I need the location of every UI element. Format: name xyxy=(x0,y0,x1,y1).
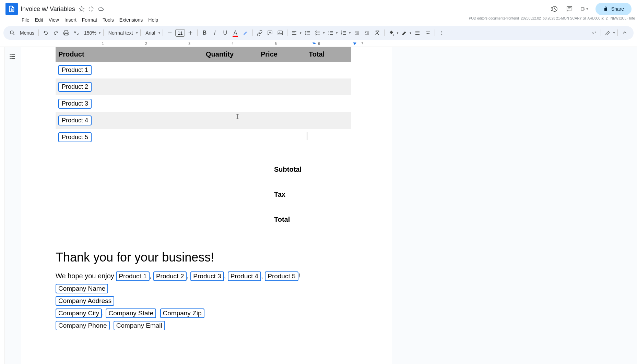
increase-font-icon[interactable] xyxy=(186,28,195,38)
zoom-select[interactable]: 150% xyxy=(82,30,98,36)
menu-format[interactable]: Format xyxy=(80,16,99,25)
fill-color-icon[interactable] xyxy=(387,28,396,38)
variable-chip[interactable]: Product 4 xyxy=(58,116,92,125)
increase-indent-icon[interactable] xyxy=(362,28,372,38)
border-width-icon[interactable] xyxy=(413,28,422,38)
font-family[interactable]: Arial xyxy=(143,30,158,36)
star-icon[interactable] xyxy=(79,6,85,12)
outline-toggle-icon[interactable] xyxy=(7,51,18,62)
variable-chip[interactable]: Company Address xyxy=(56,296,114,306)
table-row[interactable]: Product 1 xyxy=(56,62,351,78)
redo-icon[interactable] xyxy=(51,28,61,38)
thank-you-heading[interactable]: Thank you for your business! xyxy=(56,250,392,265)
menu-extensions[interactable]: Extensions xyxy=(117,16,145,25)
meet-icon[interactable]: ▼ xyxy=(580,5,589,13)
border-dash-icon[interactable] xyxy=(423,28,433,38)
variable-chip[interactable]: Product 5 xyxy=(58,132,92,142)
italic-icon[interactable]: I xyxy=(210,28,220,38)
editing-mode-icon[interactable] xyxy=(603,28,613,38)
toolbar-sep xyxy=(197,29,198,36)
bold-icon[interactable]: B xyxy=(200,28,209,38)
print-icon[interactable] xyxy=(61,28,71,38)
subtotal-label[interactable]: Subtotal xyxy=(274,159,392,180)
right-margin-marker-icon[interactable] xyxy=(353,43,356,45)
ax-icon[interactable]: A✕ xyxy=(589,28,599,38)
underline-icon[interactable]: U xyxy=(220,28,230,38)
more-icon[interactable] xyxy=(437,28,447,38)
variable-chip[interactable]: Company Zip xyxy=(160,308,204,318)
chevron-down-icon: ▼ xyxy=(349,32,351,35)
company-address-line[interactable]: Company Address xyxy=(56,296,392,306)
menu-insert[interactable]: Insert xyxy=(62,16,79,25)
variable-chip[interactable]: Product 2 xyxy=(58,82,92,92)
collapse-icon[interactable] xyxy=(620,28,629,38)
variable-chip[interactable]: Product 1 xyxy=(116,271,149,281)
variable-chip[interactable]: Company Email xyxy=(114,321,165,330)
add-comment-icon[interactable] xyxy=(265,28,275,38)
checklist-icon[interactable] xyxy=(313,28,322,38)
invoice-table[interactable]: Product Quantity Price Total Product 1 P… xyxy=(56,47,351,146)
horizontal-ruler[interactable]: 1 2 3 4 5 6 7 ▾▸ xyxy=(15,41,637,47)
variable-chip[interactable]: Product 1 xyxy=(58,65,92,75)
variable-chip[interactable]: Company City xyxy=(56,308,102,318)
search-menus-icon[interactable] xyxy=(8,28,17,38)
variable-chip[interactable]: Product 3 xyxy=(58,99,92,109)
table-row[interactable]: Product 2 xyxy=(56,78,351,95)
variable-chip[interactable]: Product 3 xyxy=(190,271,224,281)
menu-file[interactable]: File xyxy=(19,16,32,25)
tax-label[interactable]: Tax xyxy=(274,184,392,205)
company-city-line[interactable]: Company City, Company State Company Zip xyxy=(56,308,392,318)
table-row[interactable]: Product 3 xyxy=(56,95,351,112)
variable-chip[interactable]: Company Name xyxy=(56,284,108,293)
numbered-list-icon[interactable]: 123 xyxy=(339,28,349,38)
decrease-font-icon[interactable] xyxy=(165,28,175,38)
variable-chip[interactable]: Product 5 xyxy=(265,271,298,281)
line-spacing-icon[interactable] xyxy=(303,28,312,38)
spellcheck-icon[interactable] xyxy=(72,28,81,38)
bullet-list-icon[interactable] xyxy=(326,28,335,38)
decrease-indent-icon[interactable] xyxy=(352,28,362,38)
th-quantity[interactable]: Quantity xyxy=(203,47,258,62)
document-page[interactable]: Product Quantity Price Total Product 1 P… xyxy=(21,47,392,364)
menu-help[interactable]: Help xyxy=(146,16,161,25)
comment-icon[interactable] xyxy=(565,5,574,13)
doc-title[interactable]: Invoice w/ Variables xyxy=(21,5,75,13)
variable-chip[interactable]: Company Phone xyxy=(56,321,110,330)
undo-icon[interactable] xyxy=(41,28,50,38)
total-label[interactable]: Total xyxy=(274,209,392,230)
we-hope-line[interactable]: We hope you enjoy Product 1, Product 2, … xyxy=(56,271,392,281)
th-product[interactable]: Product xyxy=(56,47,203,62)
highlight-icon[interactable] xyxy=(241,28,250,38)
we-hope-lead: We hope you enjoy xyxy=(56,272,116,280)
variable-chip[interactable]: Product 2 xyxy=(153,271,187,281)
clear-format-icon[interactable] xyxy=(373,28,382,38)
align-icon[interactable] xyxy=(290,28,299,38)
company-name-line[interactable]: Company Name xyxy=(56,284,392,293)
text-color-icon[interactable]: A xyxy=(231,28,240,38)
border-color-icon[interactable] xyxy=(400,28,409,38)
insert-link-icon[interactable] xyxy=(255,28,264,38)
insert-image-icon[interactable] xyxy=(275,28,285,38)
move-icon[interactable] xyxy=(88,6,94,12)
table-header-row[interactable]: Product Quantity Price Total xyxy=(56,47,351,62)
menu-edit[interactable]: Edit xyxy=(33,16,46,25)
vertical-ruler[interactable] xyxy=(0,47,5,364)
th-price[interactable]: Price xyxy=(258,47,306,62)
company-contact-line[interactable]: Company Phone Company Email xyxy=(56,321,392,330)
variable-chip[interactable]: Product 4 xyxy=(228,271,261,281)
menu-view[interactable]: View xyxy=(46,16,61,25)
paragraph-style[interactable]: Normal text xyxy=(106,30,136,36)
menu-tools[interactable]: Tools xyxy=(100,16,116,25)
font-size-input[interactable]: 11 xyxy=(175,29,185,37)
th-total[interactable]: Total xyxy=(306,47,351,62)
search-menus[interactable]: Menus xyxy=(18,30,36,36)
table-row[interactable]: Product 4 xyxy=(56,112,351,129)
variable-chip[interactable]: Company State xyxy=(106,308,156,318)
share-button[interactable]: Share xyxy=(595,3,632,15)
indent-marker-icon[interactable]: ▾▸ xyxy=(312,41,316,45)
history-icon[interactable] xyxy=(550,5,558,13)
toolbar-sep xyxy=(38,29,39,36)
cloud-status-icon[interactable] xyxy=(98,6,104,12)
docs-logo[interactable] xyxy=(5,3,18,15)
table-row[interactable]: Product 5 xyxy=(56,129,351,146)
